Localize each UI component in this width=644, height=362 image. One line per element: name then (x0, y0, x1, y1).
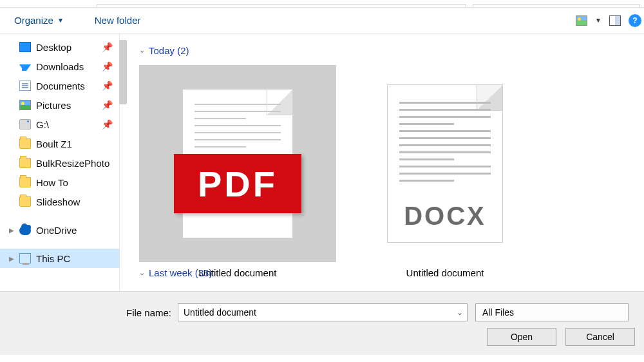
file-item-pdf[interactable]: PDF Untitled document (139, 65, 336, 278)
sidebar-item-folder[interactable]: BulkResizePhoto (0, 153, 119, 173)
main-area: Desktop 📌 Downloads 📌 Documents 📌 Pictur… (0, 33, 644, 291)
new-folder-label: New folder (95, 15, 141, 26)
folder-icon (19, 138, 31, 149)
group-header-today[interactable]: ⌄ Today (2) (139, 45, 631, 56)
chevron-right-icon: ▶ (9, 255, 14, 262)
group-label: Last week (149, 267, 193, 278)
navigation-sidebar: Desktop 📌 Downloads 📌 Documents 📌 Pictur… (0, 33, 120, 291)
view-dropdown-icon[interactable]: ▼ (595, 17, 601, 24)
file-list: ⌄ Today (2) PDF Untitled document (120, 33, 644, 291)
sidebar-item-downloads[interactable]: Downloads 📌 (0, 57, 119, 76)
folder-icon (19, 196, 31, 207)
desktop-icon (19, 42, 31, 52)
file-item-docx[interactable]: DOCX Untitled document (388, 65, 502, 278)
sidebar-item-desktop[interactable]: Desktop 📌 (0, 37, 119, 57)
cancel-button[interactable]: Cancel (565, 328, 635, 346)
sidebar-item-this-pc[interactable]: ▶ This PC (0, 249, 119, 268)
sidebar-item-label: Slideshow (36, 196, 80, 207)
this-pc-icon (19, 253, 31, 263)
dialog-footer: File name: Untitled document ⌄ All Files… (0, 291, 644, 355)
group-count: (2) (177, 45, 189, 56)
sidebar-item-label: Documents (36, 81, 85, 91)
file-name: Untitled document (388, 267, 502, 278)
file-type-value: All Files (482, 307, 514, 318)
pictures-icon (19, 100, 31, 110)
organize-label: Organize (14, 15, 53, 26)
pin-icon: 📌 (102, 100, 113, 110)
sidebar-item-documents[interactable]: Documents 📌 (0, 76, 119, 95)
pdf-badge: PDF (174, 154, 301, 213)
help-icon[interactable]: ? (629, 14, 641, 27)
organize-button[interactable]: Organize ▼ (10, 12, 68, 28)
chevron-right-icon: ▶ (9, 227, 14, 234)
sidebar-item-label: How To (36, 177, 68, 188)
group-header-lastweek[interactable]: ⌄ Last week (33) (139, 267, 212, 278)
preview-pane-icon[interactable] (609, 15, 621, 26)
folder-icon (19, 158, 31, 168)
folder-icon (19, 177, 31, 187)
pin-icon: 📌 (102, 42, 113, 52)
sidebar-item-folder[interactable]: How To (0, 173, 119, 192)
file-type-select[interactable]: All Files (475, 303, 629, 321)
chevron-down-icon: ⌄ (139, 269, 145, 277)
docx-badge: DOCX (388, 202, 502, 231)
open-button[interactable]: Open (487, 328, 556, 346)
toolbar: Organize ▼ New folder ▼ ? (0, 8, 644, 33)
pin-icon: 📌 (102, 61, 113, 71)
sidebar-item-label: Downloads (36, 61, 84, 72)
drive-icon (19, 119, 31, 129)
docx-thumbnail: DOCX (388, 85, 502, 242)
sidebar-item-label: OneDrive (36, 225, 77, 236)
new-folder-button[interactable]: New folder (91, 12, 145, 28)
sidebar-item-folder[interactable]: Slideshow (0, 192, 119, 211)
onedrive-icon (19, 226, 31, 235)
sidebar-item-label: BulkResizePhoto (36, 158, 109, 169)
file-name-input[interactable]: Untitled document ⌄ (178, 303, 468, 321)
sidebar-item-onedrive[interactable]: ▶ OneDrive (0, 220, 119, 240)
downloads-icon (19, 64, 31, 71)
group-label: Today (149, 45, 175, 56)
sidebar-item-label: Boult Z1 (36, 138, 72, 149)
pin-icon: 📌 (102, 119, 113, 129)
chevron-down-icon: ▼ (57, 17, 64, 24)
pdf-thumbnail: PDF (183, 90, 292, 238)
chevron-down-icon: ⌄ (457, 308, 463, 317)
sidebar-item-folder[interactable]: Boult Z1 (0, 134, 119, 153)
group-count: (33) (195, 267, 213, 278)
addressbar-stub (0, 0, 644, 8)
view-thumbnails-icon[interactable] (576, 15, 587, 26)
chevron-down-icon: ⌄ (139, 46, 145, 55)
file-name-label: File name: (0, 307, 178, 318)
sidebar-item-label: Desktop (36, 42, 71, 53)
sidebar-item-label: G:\ (36, 119, 49, 130)
file-name-value: Untitled document (184, 307, 256, 318)
pin-icon: 📌 (102, 81, 113, 91)
sidebar-item-label: This PC (36, 253, 70, 264)
sidebar-item-pictures[interactable]: Pictures 📌 (0, 95, 119, 115)
sidebar-item-drive-g[interactable]: G:\ 📌 (0, 115, 119, 134)
sidebar-item-label: Pictures (36, 100, 71, 111)
documents-icon (19, 81, 31, 91)
